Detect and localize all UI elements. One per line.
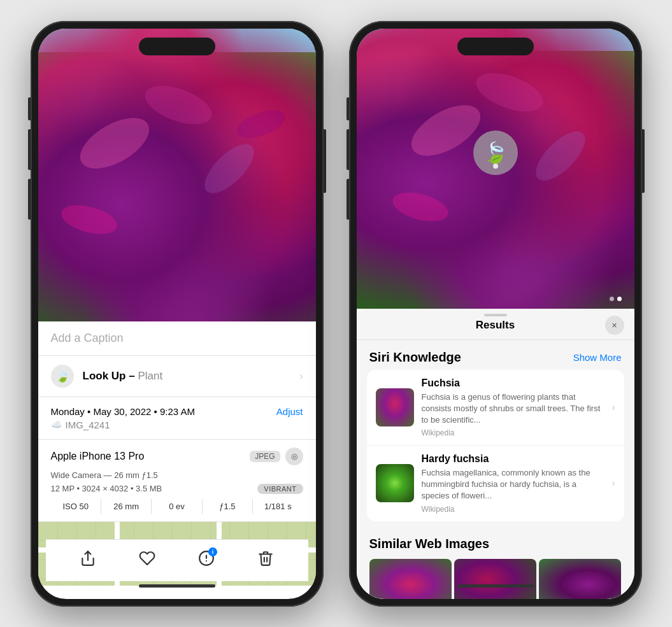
metadata-section: Monday • May 30, 2022 • 9:23 AM Adjust ☁… bbox=[38, 397, 316, 440]
fuchsia-thumb-image bbox=[376, 388, 414, 426]
fuchsia-source: Wikipedia bbox=[422, 428, 604, 437]
similar-images-grid bbox=[369, 559, 622, 599]
home-indicator bbox=[139, 584, 215, 588]
similar-image-1[interactable] bbox=[369, 559, 452, 599]
lookup-arrow-icon: › bbox=[299, 370, 303, 382]
favorite-button[interactable] bbox=[139, 550, 155, 571]
results-title: Results bbox=[476, 319, 515, 332]
format-badge: JPEG bbox=[250, 451, 280, 462]
exif-iso: ISO 50 bbox=[51, 499, 101, 514]
photo-toolbar: i bbox=[46, 539, 308, 581]
knowledge-item-hardy[interactable]: Hardy fuchsia Fuchsia magellanica, commo… bbox=[367, 446, 624, 521]
svg-point-4 bbox=[233, 104, 289, 143]
hardy-info: Hardy fuchsia Fuchsia magellanica, commo… bbox=[422, 453, 604, 514]
lookup-icon: 🍃 bbox=[51, 365, 74, 388]
volume-down-button bbox=[28, 179, 31, 220]
power-button bbox=[324, 129, 326, 193]
format-badges: JPEG ◎ bbox=[250, 447, 303, 465]
camera-section: Apple iPhone 13 Pro JPEG ◎ Wide Camera —… bbox=[38, 440, 316, 522]
svg-point-1 bbox=[139, 78, 216, 132]
style-badge: VIBRANT bbox=[257, 484, 303, 494]
svg-point-3 bbox=[58, 200, 120, 239]
siri-knowledge-title: Siri Knowledge bbox=[369, 350, 461, 365]
hardy-description: Fuchsia magellanica, commonly known as t… bbox=[422, 467, 604, 502]
fuchsia-info: Fuchsia Fuchsia is a genus of flowering … bbox=[422, 377, 604, 438]
similar-image-3[interactable] bbox=[539, 559, 621, 599]
lookup-row[interactable]: 🍃 Look Up – Plant › bbox=[38, 356, 316, 397]
hardy-title: Hardy fuchsia bbox=[422, 453, 604, 465]
notch bbox=[139, 38, 215, 55]
similar-images-title: Similar Web Images bbox=[369, 537, 622, 551]
right-phone-frame: 🍃 Results × Siri Knowledge bbox=[349, 21, 642, 607]
exif-aperture: ƒ1.5 bbox=[203, 499, 253, 514]
svg-point-12 bbox=[389, 187, 451, 227]
volume-up-button bbox=[28, 129, 31, 170]
left-phone-screen: Add a Caption 🍃 Look Up – Plant › Monday… bbox=[38, 29, 316, 599]
left-photo-area[interactable] bbox=[38, 29, 316, 321]
siri-dot bbox=[493, 164, 498, 169]
fuchsia-description: Fuchsia is a genus of flowering plants t… bbox=[422, 391, 604, 426]
volume-down-button-r bbox=[347, 179, 349, 220]
home-indicator-r bbox=[457, 584, 534, 588]
svg-point-10 bbox=[471, 65, 547, 119]
lookup-label: Look Up – Plant bbox=[83, 370, 163, 383]
mute-button-r bbox=[347, 97, 349, 120]
mute-button bbox=[28, 97, 31, 120]
photo-date: Monday • May 30, 2022 • 9:23 AM bbox=[51, 406, 195, 417]
power-button-r bbox=[642, 129, 645, 193]
similar-image-2[interactable] bbox=[454, 559, 536, 599]
siri-knowledge-header: Siri Knowledge Show More bbox=[357, 340, 634, 370]
info-badge: i bbox=[208, 547, 217, 556]
filename: IMG_4241 bbox=[66, 419, 110, 430]
page-dot-2 bbox=[617, 297, 622, 301]
cloud-icon: ☁️ bbox=[51, 419, 62, 430]
wide-camera-detail: Wide Camera — 26 mm ƒ1.5 bbox=[51, 470, 303, 480]
volume-up-button-r bbox=[347, 129, 349, 170]
exif-row: ISO 50 26 mm 0 ev ƒ1.5 1/181 s bbox=[51, 499, 303, 514]
exif-focal: 26 mm bbox=[101, 499, 152, 514]
knowledge-item-fuchsia[interactable]: Fuchsia Fuchsia is a genus of flowering … bbox=[367, 370, 624, 446]
page-dot-1 bbox=[610, 297, 614, 301]
caption-placeholder: Add a Caption bbox=[51, 332, 124, 344]
svg-point-11 bbox=[528, 123, 593, 188]
hardy-thumbnail bbox=[376, 464, 414, 502]
hardy-arrow-icon: › bbox=[611, 477, 615, 489]
left-phone-frame: Add a Caption 🍃 Look Up – Plant › Monday… bbox=[31, 21, 324, 607]
filename-row: ☁️ IMG_4241 bbox=[51, 419, 303, 430]
results-header: Results × bbox=[357, 309, 634, 340]
siri-lookup-button[interactable]: 🍃 bbox=[473, 130, 518, 175]
delete-button[interactable] bbox=[257, 550, 274, 571]
svg-point-2 bbox=[197, 136, 262, 201]
similar-images-section: Similar Web Images bbox=[357, 526, 634, 599]
page-indicator bbox=[610, 297, 622, 301]
mp-info: 12 MP • 3024 × 4032 • 3.5 MB bbox=[51, 484, 162, 493]
location-icon: ◎ bbox=[285, 447, 303, 465]
sheet-handle bbox=[484, 314, 507, 316]
exif-shutter: 1/181 s bbox=[253, 499, 303, 514]
results-body: Siri Knowledge Show More Fuchsia Fuchsia… bbox=[357, 340, 634, 599]
results-sheet: Results × Siri Knowledge Show More bbox=[357, 309, 634, 599]
close-button[interactable]: × bbox=[605, 316, 624, 335]
adjust-button[interactable]: Adjust bbox=[276, 406, 303, 417]
exif-ev: 0 ev bbox=[152, 499, 202, 514]
right-phone-screen: 🍃 Results × Siri Knowledge bbox=[357, 29, 634, 599]
right-photo-area[interactable]: 🍃 bbox=[357, 29, 634, 309]
flower-overlay-left bbox=[38, 29, 316, 321]
svg-point-0 bbox=[72, 108, 157, 179]
camera-model: Apple iPhone 13 Pro bbox=[51, 451, 145, 462]
fuchsia-title: Fuchsia bbox=[422, 377, 604, 389]
fuchsia-arrow-icon: › bbox=[611, 402, 615, 413]
notch-r bbox=[457, 38, 534, 55]
info-button[interactable]: i bbox=[198, 550, 215, 571]
phones-container: Add a Caption 🍃 Look Up – Plant › Monday… bbox=[31, 21, 642, 607]
show-more-button[interactable]: Show More bbox=[573, 352, 622, 363]
knowledge-card: Fuchsia Fuchsia is a genus of flowering … bbox=[367, 370, 624, 521]
hardy-thumb-image bbox=[376, 464, 414, 502]
caption-area[interactable]: Add a Caption bbox=[38, 321, 316, 356]
hardy-source: Wikipedia bbox=[422, 505, 604, 514]
share-button[interactable] bbox=[80, 550, 96, 571]
fuchsia-thumbnail bbox=[376, 388, 414, 426]
